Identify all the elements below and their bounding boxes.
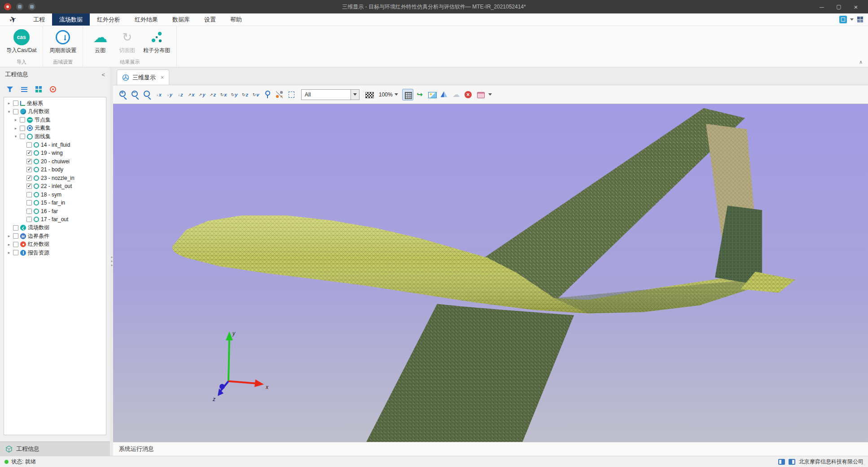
view-y-icon[interactable]: ↓y: [165, 89, 175, 100]
menu-tab-infrared-result[interactable]: 红外结果: [127, 13, 165, 26]
tree-expander-icon[interactable]: [7, 242, 11, 247]
grid-toggle-icon[interactable]: [402, 89, 413, 100]
app-badge-icon[interactable]: [4, 3, 11, 10]
tree-item-s16-far[interactable]: 16 - far: [4, 207, 106, 216]
mirror-icon[interactable]: [438, 89, 450, 100]
tree-item-node-set[interactable]: 节点集: [4, 116, 106, 124]
tree-checkbox[interactable]: [20, 126, 25, 131]
ribbon-button-cloud-plot[interactable]: 云图: [88, 29, 113, 54]
tree-checkbox[interactable]: [26, 192, 32, 197]
layout-grid-icon[interactable]: [857, 16, 864, 23]
export-view-icon[interactable]: ↪: [414, 89, 425, 100]
menu-tab-database[interactable]: 数据库: [165, 13, 197, 26]
view-iso-icon[interactable]: ↻v: [251, 89, 261, 100]
tab-close-button[interactable]: [161, 74, 164, 81]
tree-item-geometry-data[interactable]: 几何数据: [4, 108, 106, 116]
maximize-button[interactable]: [831, 0, 847, 13]
tree-checkbox[interactable]: [26, 142, 32, 148]
view-x-icon[interactable]: ↓x: [154, 89, 164, 100]
tree-checkbox[interactable]: [26, 150, 32, 156]
tree-checkbox[interactable]: [20, 134, 25, 139]
minimize-button[interactable]: [814, 0, 830, 13]
tree-checkbox[interactable]: [13, 100, 18, 106]
tree-item-element-set[interactable]: 元素集: [4, 124, 106, 133]
tree-item-face-line-set[interactable]: 面线集: [4, 132, 106, 141]
cloud-display-icon[interactable]: ☁: [451, 89, 462, 100]
tree-checkbox[interactable]: [26, 217, 32, 222]
layout-toggle-1-icon[interactable]: [778, 459, 785, 465]
tree-checkbox[interactable]: [26, 175, 32, 181]
tree-item-s15-far-in[interactable]: 15 - far_in: [4, 199, 106, 207]
tree-item-s17-far-out[interactable]: 17 - far_out: [4, 215, 106, 224]
tree-item-s18-sym[interactable]: 18 - sym: [4, 191, 106, 199]
tree-expander-icon[interactable]: [7, 234, 11, 238]
target-icon[interactable]: [49, 85, 57, 93]
view-rotate-y-icon[interactable]: ↻y: [229, 89, 239, 100]
view-neg-x-icon[interactable]: ↗x: [186, 89, 196, 100]
menu-tab-flow-field-data[interactable]: 流场数据: [52, 13, 90, 26]
tree-item-s22-inlet-out[interactable]: 22 - inlet_out: [4, 182, 106, 191]
tree-checkbox[interactable]: [26, 159, 32, 164]
tree-checkbox[interactable]: [13, 109, 18, 114]
pattern-display-icon[interactable]: [364, 89, 375, 100]
tree-expander-icon[interactable]: [7, 109, 11, 114]
grid-icon[interactable]: [35, 85, 43, 93]
tree-checkbox[interactable]: [13, 242, 18, 247]
tree-expander-icon[interactable]: [7, 101, 11, 105]
tree-item-boundary-condition[interactable]: 边界条件: [4, 232, 106, 240]
workspace-caret-icon[interactable]: [850, 18, 854, 21]
workspace-switch-icon[interactable]: [839, 16, 847, 23]
tree-item-report-resource[interactable]: 报告资源: [4, 249, 106, 257]
tree-checkbox[interactable]: [20, 117, 25, 122]
zoom-out-icon[interactable]: −: [130, 89, 141, 100]
viewport-3d[interactable]: y x z: [113, 104, 868, 442]
tree-item-s21-body[interactable]: 21 - body: [4, 166, 106, 174]
box-select-icon[interactable]: [286, 89, 297, 100]
ribbon-button-particle-plot[interactable]: 粒子分布图: [141, 29, 172, 54]
tree-item-flow-field-data[interactable]: 流场数据: [4, 224, 106, 232]
title-tool-2-icon[interactable]: [28, 3, 35, 10]
save-view-icon[interactable]: [475, 89, 486, 100]
tree-checkbox[interactable]: [26, 209, 32, 214]
probe-pin-icon[interactable]: [262, 89, 273, 100]
zoom-fit-icon[interactable]: [142, 89, 153, 100]
layout-toggle-2-icon[interactable]: [789, 459, 795, 465]
view-neg-z-icon[interactable]: ↗z: [208, 89, 218, 100]
menu-tab-infrared-analysis[interactable]: 红外分析: [90, 13, 127, 26]
tree-item-infrared-data[interactable]: 红外数据: [4, 240, 106, 249]
zoom-level-dropdown[interactable]: 100%: [376, 92, 401, 98]
tree-checkbox[interactable]: [13, 225, 18, 231]
tree-item-s23-nozzle-in[interactable]: 23 - nozzle_in: [4, 174, 106, 183]
zoom-in-icon[interactable]: +: [118, 89, 129, 100]
tree-checkbox[interactable]: [13, 233, 18, 239]
menu-tab-project[interactable]: 工程: [26, 13, 52, 26]
viewport-canvas[interactable]: y x z: [113, 104, 868, 442]
ribbon-button-import-cas-dat[interactable]: cas导入Cas/Dat: [4, 29, 38, 54]
menu-tab-settings[interactable]: 设置: [197, 13, 223, 26]
tree-item-s19-wing[interactable]: 19 - wing: [4, 149, 106, 157]
view-neg-y-icon[interactable]: ↗y: [197, 89, 207, 100]
close-button[interactable]: [848, 0, 864, 13]
ribbon-button-periodic-face-setting[interactable]: 周期面设置: [48, 29, 78, 54]
tree-item-coordinate-system[interactable]: 坐标系: [4, 99, 106, 108]
title-tool-1-icon[interactable]: [16, 3, 23, 10]
snapshot-icon[interactable]: [426, 89, 438, 100]
ribbon-collapse-button[interactable]: [859, 59, 863, 65]
panel-splitter[interactable]: [110, 67, 113, 456]
combo-caret-icon[interactable]: [351, 90, 359, 100]
tree-checkbox[interactable]: [26, 200, 32, 205]
tree-item-s14-int-fluid[interactable]: 14 - int_fluid: [4, 141, 106, 149]
tree-checkbox[interactable]: [13, 250, 18, 255]
list-icon[interactable]: [20, 85, 28, 93]
message-bar[interactable]: 系统运行消息: [113, 442, 868, 456]
panel-collapse-button[interactable]: [101, 71, 105, 78]
display-filter-select[interactable]: All: [301, 89, 359, 100]
filter-icon[interactable]: [6, 85, 14, 93]
save-view-caret-icon[interactable]: [487, 89, 493, 100]
tree-checkbox[interactable]: [26, 183, 32, 189]
menu-tab-help[interactable]: 帮助: [223, 13, 249, 26]
tree-expander-icon[interactable]: [13, 134, 18, 139]
tree-checkbox[interactable]: [26, 167, 32, 172]
tree-expander-icon[interactable]: [7, 250, 11, 255]
view-z-icon[interactable]: ↓z: [175, 89, 185, 100]
